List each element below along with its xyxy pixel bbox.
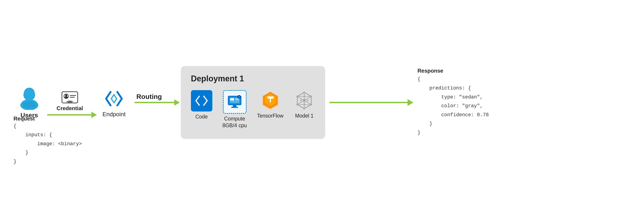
tensorflow-label: TensorFlow xyxy=(257,113,284,119)
model-label: Model 1 xyxy=(295,113,314,119)
svg-point-43 xyxy=(303,108,305,109)
model-icon xyxy=(294,90,315,112)
svg-text:+: + xyxy=(238,96,240,98)
arrow2-line xyxy=(135,102,175,103)
request-label: Request xyxy=(14,116,82,122)
arrow3-line xyxy=(330,102,408,103)
arrow2 xyxy=(135,102,175,103)
svg-point-12 xyxy=(64,96,68,99)
svg-point-8 xyxy=(22,101,36,108)
request-block: Request { inputs: { image: <binary> } } xyxy=(14,116,82,166)
svg-point-44 xyxy=(296,104,298,105)
compute-icon-wrap: + xyxy=(223,90,246,114)
svg-rect-33 xyxy=(267,96,274,98)
svg-rect-13 xyxy=(70,95,76,96)
credential-section: Credential xyxy=(56,89,83,112)
credential-arrow-section: Credential xyxy=(47,89,92,116)
svg-marker-17 xyxy=(111,95,117,103)
endpoint-label: Endpoint xyxy=(102,111,126,118)
svg-point-49 xyxy=(300,100,302,101)
deployment-title: Deployment 1 xyxy=(191,74,315,83)
svg-rect-16 xyxy=(66,101,73,102)
endpoint-icon xyxy=(103,87,125,110)
deployment-item-tensorflow: TensorFlow xyxy=(257,90,284,119)
tensorflow-icon xyxy=(260,90,281,112)
deployment-item-compute: + Compute8GB/4 cpu xyxy=(222,90,247,129)
svg-point-45 xyxy=(296,96,298,97)
code-icon xyxy=(195,95,208,106)
svg-point-5 xyxy=(24,88,35,98)
svg-rect-14 xyxy=(70,97,75,98)
deployment-box: Deployment 1 Code xyxy=(181,66,325,139)
request-code: { inputs: { image: <binary> } } xyxy=(14,122,82,166)
routing-label: Routing xyxy=(136,93,162,100)
routing-arrow-section: Routing xyxy=(135,93,175,103)
compute-icon: + xyxy=(227,95,242,109)
arrow1 xyxy=(47,114,92,116)
deployment-item-code: Code xyxy=(191,90,212,120)
deployment-item-model: Model 1 xyxy=(294,90,315,119)
arrow1-line xyxy=(47,114,92,116)
response-code: { predictions: { type: "sedan", color: "… xyxy=(418,75,489,137)
code-label: Code xyxy=(196,114,208,120)
svg-point-46 xyxy=(303,99,305,102)
endpoint-section: Endpoint xyxy=(102,87,126,118)
svg-rect-20 xyxy=(233,105,236,107)
deployment-items: Code xyxy=(191,90,315,129)
credential-label: Credential xyxy=(56,105,83,112)
user-figure-icon xyxy=(19,87,39,109)
main-layout: Users Request { inputs: { image: <binary… xyxy=(18,66,626,139)
svg-point-11 xyxy=(65,94,67,97)
svg-rect-32 xyxy=(270,98,271,102)
response-label: Response xyxy=(418,68,489,74)
svg-rect-22 xyxy=(230,98,234,101)
svg-point-50 xyxy=(307,100,308,101)
svg-rect-21 xyxy=(231,107,238,108)
svg-point-41 xyxy=(310,96,312,97)
svg-point-40 xyxy=(303,91,305,93)
compute-label: Compute8GB/4 cpu xyxy=(222,116,247,129)
final-arrow-section xyxy=(330,102,408,103)
response-section: Response { predictions: { type: "sedan",… xyxy=(418,68,489,137)
svg-point-47 xyxy=(303,96,305,97)
user-section: Users Request { inputs: { image: <binary… xyxy=(18,86,40,119)
svg-point-48 xyxy=(303,104,305,105)
svg-point-42 xyxy=(310,104,312,105)
svg-rect-24 xyxy=(230,101,239,102)
credential-icon xyxy=(61,89,79,105)
diagram: Users Request { inputs: { image: <binary… xyxy=(18,15,626,190)
code-icon-wrap xyxy=(191,90,212,112)
